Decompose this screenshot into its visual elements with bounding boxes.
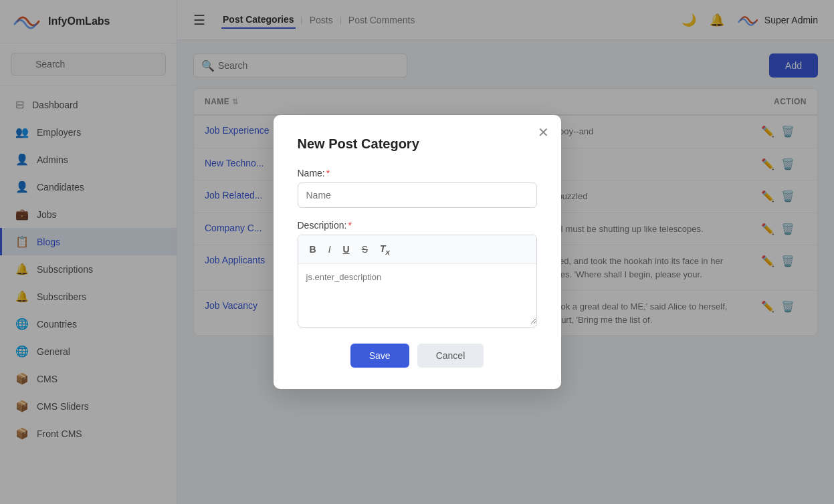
name-input[interactable] <box>298 182 537 208</box>
strikethrough-button[interactable]: S <box>357 241 373 257</box>
bold-button[interactable]: B <box>305 241 321 257</box>
name-field-group: Name:* <box>298 168 537 208</box>
clear-format-button[interactable]: Tx <box>375 241 395 259</box>
underline-button[interactable]: U <box>338 241 354 257</box>
rich-text-editor: B I U S Tx <box>298 235 537 328</box>
cancel-button[interactable]: Cancel <box>417 344 484 368</box>
description-label: Description:* <box>298 220 537 231</box>
new-post-category-modal: ✕ New Post Category Name:* Description:*… <box>274 115 561 390</box>
modal-close-button[interactable]: ✕ <box>538 126 549 139</box>
name-label: Name:* <box>298 168 537 178</box>
description-field-group: Description:* B I U S Tx <box>298 220 537 328</box>
description-textarea[interactable] <box>298 264 536 324</box>
modal-overlay: ✕ New Post Category Name:* Description:*… <box>0 0 834 504</box>
rich-toolbar: B I U S Tx <box>298 235 536 265</box>
modal-title: New Post Category <box>298 136 537 152</box>
save-button[interactable]: Save <box>350 344 409 368</box>
modal-footer: Save Cancel <box>298 344 537 368</box>
italic-button[interactable]: I <box>324 241 336 257</box>
